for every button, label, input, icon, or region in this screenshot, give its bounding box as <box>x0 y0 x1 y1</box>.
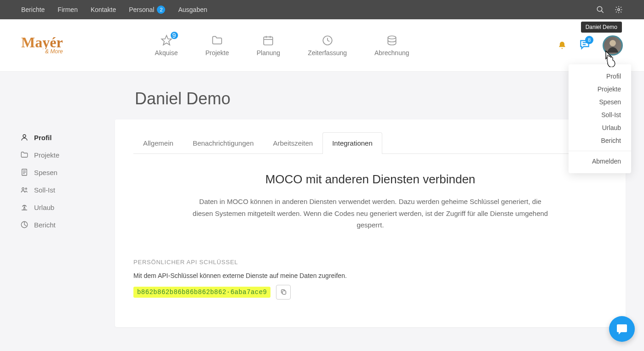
integrations-description: Daten in MOCO können in anderen Diensten… <box>191 196 550 231</box>
svg-rect-23 <box>282 291 286 294</box>
intercom-launcher[interactable] <box>609 316 635 342</box>
svg-point-11 <box>388 36 396 39</box>
messages-button[interactable]: 8 <box>579 39 591 52</box>
topbar-item-ausgaben[interactable]: Ausgaben <box>178 6 207 13</box>
dropdown-item-spesen[interactable]: Spesen <box>569 96 631 108</box>
svg-line-1 <box>601 11 604 13</box>
api-key-section-desc: Mit dem API-Schlüssel können externe Die… <box>133 272 607 279</box>
svg-marker-3 <box>161 35 172 45</box>
chat-badge: 8 <box>585 36 593 44</box>
intercom-icon <box>615 323 628 335</box>
sidebar-item-projekte[interactable]: Projekte <box>20 146 115 164</box>
folder-icon <box>20 151 29 159</box>
svg-point-14 <box>610 40 616 46</box>
sidebar-item-profil[interactable]: Profil <box>20 129 115 146</box>
dropdown-item-logout[interactable]: Abmelden <box>569 155 631 168</box>
receipt-icon <box>20 168 29 176</box>
copy-button[interactable] <box>276 285 291 300</box>
main-panel: Allgemein Benachrichtigungen Arbeitszeit… <box>115 119 626 327</box>
bell-icon[interactable] <box>558 41 567 50</box>
svg-point-21 <box>25 188 27 189</box>
tabs: Allgemein Benachrichtigungen Arbeitszeit… <box>133 132 607 154</box>
dropdown-item-projekte[interactable]: Projekte <box>569 83 631 96</box>
svg-point-2 <box>618 9 620 11</box>
avatar[interactable] <box>603 35 623 56</box>
integrations-heading: MOCO mit anderen Diensten verbinden <box>191 172 550 187</box>
svg-line-10 <box>328 40 329 41</box>
tab-integrationen[interactable]: Integrationen <box>322 132 382 154</box>
svg-point-15 <box>23 135 26 137</box>
sidebar-item-spesen[interactable]: Spesen <box>20 164 115 181</box>
nav-akquise[interactable]: 9 Akquise <box>155 34 178 57</box>
topbar-item-personal[interactable]: Personal 2 <box>129 6 165 14</box>
svg-rect-4 <box>264 37 273 45</box>
nav-abrechnung[interactable]: Abrechnung <box>374 34 409 57</box>
dropdown-item-sollist[interactable]: Soll-Ist <box>569 108 631 121</box>
user-icon <box>20 133 29 142</box>
copy-icon <box>280 289 287 295</box>
user-dropdown: Profil Projekte Spesen Soll-Ist Urlaub B… <box>569 64 631 173</box>
page-title: Daniel Demo <box>135 89 644 108</box>
nav-zeiterfassung[interactable]: Zeiterfassung <box>308 34 347 57</box>
search-icon[interactable] <box>596 6 604 14</box>
svg-point-20 <box>22 188 24 190</box>
sidebar-item-sollist[interactable]: Soll-Ist <box>20 181 115 198</box>
api-key-section-label: PERSÖNLICHER API SCHLÜSSEL <box>133 259 607 266</box>
nav-akquise-badge: 9 <box>171 32 178 39</box>
topbar-item-berichte[interactable]: Berichte <box>21 6 45 13</box>
dropdown-item-profil[interactable]: Profil <box>569 70 631 83</box>
topbar-personal-badge: 2 <box>157 6 165 14</box>
mainnav: Mayér & More 9 Akquise Projekte Planung … <box>0 19 644 72</box>
calendar-icon <box>262 34 274 46</box>
nav-projekte[interactable]: Projekte <box>205 34 229 57</box>
folder-icon <box>211 34 223 46</box>
sidebar-item-urlaub[interactable]: Urlaub <box>20 198 115 216</box>
topbar-item-kontakte[interactable]: Kontakte <box>91 6 116 13</box>
tab-benachrichtigungen[interactable]: Benachrichtigungen <box>183 132 264 153</box>
nav-planung[interactable]: Planung <box>257 34 280 57</box>
avatar-image <box>604 37 621 54</box>
dropdown-item-urlaub[interactable]: Urlaub <box>569 121 631 134</box>
avatar-tooltip: Daniel Demo <box>581 22 622 33</box>
logo[interactable]: Mayér & More <box>21 36 63 55</box>
vacation-icon <box>20 203 29 211</box>
sidebar: Profil Projekte Spesen Soll-Ist Urlaub B… <box>0 119 115 327</box>
sidebar-item-bericht[interactable]: Bericht <box>20 216 115 233</box>
gear-icon[interactable] <box>615 6 623 14</box>
tab-arbeitszeiten[interactable]: Arbeitszeiten <box>263 132 322 153</box>
balance-icon <box>20 186 29 194</box>
clock-icon <box>322 34 334 46</box>
database-icon <box>386 34 398 46</box>
api-key-value: b862b862b86b86b862b862·6aba7ace9 <box>133 287 270 298</box>
topbar-item-firmen[interactable]: Firmen <box>58 6 78 13</box>
svg-point-0 <box>597 6 602 11</box>
dropdown-item-bericht[interactable]: Bericht <box>569 134 631 147</box>
topbar: Berichte Firmen Kontakte Personal 2 Ausg… <box>0 0 644 19</box>
report-icon <box>20 221 29 229</box>
tab-allgemein[interactable]: Allgemein <box>133 132 183 153</box>
